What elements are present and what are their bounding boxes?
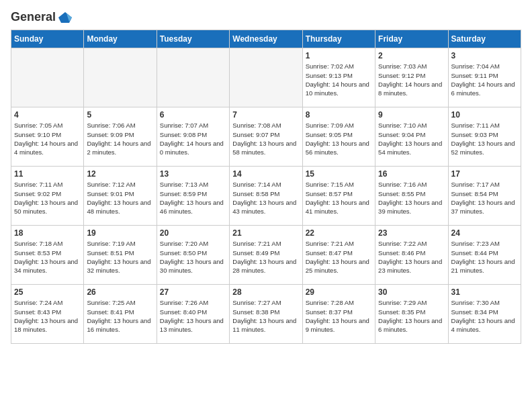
cell-info: Sunrise: 7:11 AMSunset: 9:02 PMDaylight:…: [14, 180, 81, 216]
day-number: 31: [451, 287, 518, 297]
calendar-cell: 3 Sunrise: 7:04 AMSunset: 9:11 PMDayligh…: [448, 48, 521, 107]
header-row: SundayMondayTuesdayWednesdayThursdayFrid…: [11, 30, 521, 48]
col-header-tuesday: Tuesday: [157, 30, 229, 48]
cell-info: Sunrise: 7:22 AMSunset: 8:46 PMDaylight:…: [378, 239, 445, 275]
cell-info: Sunrise: 7:23 AMSunset: 8:44 PMDaylight:…: [451, 239, 518, 275]
calendar-cell: 5 Sunrise: 7:06 AMSunset: 9:09 PMDayligh…: [84, 107, 157, 167]
cell-info: Sunrise: 7:03 AMSunset: 9:12 PMDaylight:…: [378, 62, 445, 97]
cell-info: Sunrise: 7:14 AMSunset: 8:58 PMDaylight:…: [232, 180, 299, 216]
calendar-cell: 14 Sunrise: 7:14 AMSunset: 8:58 PMDaylig…: [230, 167, 302, 226]
calendar-cell: 16 Sunrise: 7:16 AMSunset: 8:55 PMDaylig…: [375, 167, 448, 226]
calendar-cell: [157, 48, 229, 107]
calendar-cell: 29 Sunrise: 7:28 AMSunset: 8:37 PMDaylig…: [302, 285, 375, 344]
calendar-cell: 15 Sunrise: 7:15 AMSunset: 8:57 PMDaylig…: [302, 167, 375, 226]
calendar-cell: [11, 48, 84, 107]
day-number: 19: [87, 228, 153, 238]
day-number: 16: [378, 169, 445, 179]
day-number: 9: [378, 110, 445, 120]
day-number: 3: [451, 51, 518, 60]
day-number: 25: [14, 287, 81, 297]
calendar-cell: 30 Sunrise: 7:29 AMSunset: 8:35 PMDaylig…: [375, 285, 448, 344]
day-number: 1: [306, 51, 372, 60]
day-number: 2: [378, 51, 445, 60]
day-number: 29: [306, 287, 372, 297]
calendar-cell: 23 Sunrise: 7:22 AMSunset: 8:46 PMDaylig…: [375, 226, 448, 285]
day-number: 13: [160, 169, 226, 179]
cell-info: Sunrise: 7:11 AMSunset: 9:03 PMDaylight:…: [451, 121, 518, 156]
cell-info: Sunrise: 7:17 AMSunset: 8:54 PMDaylight:…: [451, 180, 518, 216]
calendar-cell: 6 Sunrise: 7:07 AMSunset: 9:08 PMDayligh…: [157, 107, 229, 167]
calendar-cell: 11 Sunrise: 7:11 AMSunset: 9:02 PMDaylig…: [11, 167, 84, 226]
cell-info: Sunrise: 7:09 AMSunset: 9:05 PMDaylight:…: [306, 121, 372, 156]
day-number: 8: [306, 110, 372, 120]
day-number: 5: [87, 110, 153, 120]
calendar-cell: [230, 48, 302, 107]
day-number: 14: [232, 169, 299, 179]
day-number: 7: [232, 110, 299, 120]
calendar-cell: 31 Sunrise: 7:30 AMSunset: 8:34 PMDaylig…: [448, 285, 521, 344]
cell-info: Sunrise: 7:27 AMSunset: 8:38 PMDaylight:…: [232, 298, 299, 334]
cell-info: Sunrise: 7:20 AMSunset: 8:50 PMDaylight:…: [160, 239, 226, 275]
cell-info: Sunrise: 7:07 AMSunset: 9:08 PMDaylight:…: [160, 121, 226, 156]
day-number: 21: [232, 228, 299, 238]
day-number: 18: [14, 228, 81, 238]
col-header-friday: Friday: [375, 30, 448, 48]
page-header: General: [11, 11, 521, 24]
day-number: 27: [160, 287, 226, 297]
calendar-cell: 2 Sunrise: 7:03 AMSunset: 9:12 PMDayligh…: [375, 48, 448, 107]
cell-info: Sunrise: 7:21 AMSunset: 8:49 PMDaylight:…: [232, 239, 299, 275]
cell-info: Sunrise: 7:30 AMSunset: 8:34 PMDaylight:…: [451, 298, 518, 334]
calendar-cell: [84, 48, 157, 107]
cell-info: Sunrise: 7:15 AMSunset: 8:57 PMDaylight:…: [306, 180, 372, 216]
day-number: 4: [14, 110, 81, 120]
col-header-thursday: Thursday: [302, 30, 375, 48]
day-number: 15: [306, 169, 372, 179]
week-row-2: 4 Sunrise: 7:05 AMSunset: 9:10 PMDayligh…: [11, 107, 521, 167]
logo: General: [11, 11, 73, 24]
cell-info: Sunrise: 7:18 AMSunset: 8:53 PMDaylight:…: [14, 239, 81, 275]
day-number: 12: [87, 169, 153, 179]
col-header-sunday: Sunday: [11, 30, 84, 48]
day-number: 30: [378, 287, 445, 297]
cell-info: Sunrise: 7:21 AMSunset: 8:47 PMDaylight:…: [306, 239, 372, 275]
day-number: 28: [232, 287, 299, 297]
calendar-cell: 21 Sunrise: 7:21 AMSunset: 8:49 PMDaylig…: [230, 226, 302, 285]
calendar-cell: 25 Sunrise: 7:24 AMSunset: 8:43 PMDaylig…: [11, 285, 84, 344]
col-header-saturday: Saturday: [448, 30, 521, 48]
week-row-3: 11 Sunrise: 7:11 AMSunset: 9:02 PMDaylig…: [11, 167, 521, 226]
logo-general: General: [11, 11, 73, 24]
calendar-cell: 12 Sunrise: 7:12 AMSunset: 9:01 PMDaylig…: [84, 167, 157, 226]
cell-info: Sunrise: 7:08 AMSunset: 9:07 PMDaylight:…: [232, 121, 299, 156]
week-row-1: 1 Sunrise: 7:02 AMSunset: 9:13 PMDayligh…: [11, 48, 521, 107]
calendar-cell: 27 Sunrise: 7:26 AMSunset: 8:40 PMDaylig…: [157, 285, 229, 344]
calendar-cell: 10 Sunrise: 7:11 AMSunset: 9:03 PMDaylig…: [448, 107, 521, 167]
calendar-cell: 22 Sunrise: 7:21 AMSunset: 8:47 PMDaylig…: [302, 226, 375, 285]
week-row-4: 18 Sunrise: 7:18 AMSunset: 8:53 PMDaylig…: [11, 226, 521, 285]
cell-info: Sunrise: 7:16 AMSunset: 8:55 PMDaylight:…: [378, 180, 445, 216]
calendar-cell: 19 Sunrise: 7:19 AMSunset: 8:51 PMDaylig…: [84, 226, 157, 285]
cell-info: Sunrise: 7:25 AMSunset: 8:41 PMDaylight:…: [87, 298, 153, 334]
calendar-cell: 20 Sunrise: 7:20 AMSunset: 8:50 PMDaylig…: [157, 226, 229, 285]
cell-info: Sunrise: 7:28 AMSunset: 8:37 PMDaylight:…: [306, 298, 372, 334]
day-number: 10: [451, 110, 518, 120]
day-number: 17: [451, 169, 518, 179]
cell-info: Sunrise: 7:02 AMSunset: 9:13 PMDaylight:…: [306, 62, 372, 97]
calendar-cell: 28 Sunrise: 7:27 AMSunset: 8:38 PMDaylig…: [230, 285, 302, 344]
cell-info: Sunrise: 7:13 AMSunset: 8:59 PMDaylight:…: [160, 180, 226, 216]
calendar-table: SundayMondayTuesdayWednesdayThursdayFrid…: [11, 30, 521, 344]
day-number: 24: [451, 228, 518, 238]
calendar-cell: 13 Sunrise: 7:13 AMSunset: 8:59 PMDaylig…: [157, 167, 229, 226]
col-header-wednesday: Wednesday: [230, 30, 302, 48]
calendar-cell: 8 Sunrise: 7:09 AMSunset: 9:05 PMDayligh…: [302, 107, 375, 167]
calendar-cell: 18 Sunrise: 7:18 AMSunset: 8:53 PMDaylig…: [11, 226, 84, 285]
cell-info: Sunrise: 7:24 AMSunset: 8:43 PMDaylight:…: [14, 298, 81, 334]
calendar-cell: 1 Sunrise: 7:02 AMSunset: 9:13 PMDayligh…: [302, 48, 375, 107]
calendar-cell: 24 Sunrise: 7:23 AMSunset: 8:44 PMDaylig…: [448, 226, 521, 285]
cell-info: Sunrise: 7:04 AMSunset: 9:11 PMDaylight:…: [451, 62, 518, 97]
calendar-cell: 4 Sunrise: 7:05 AMSunset: 9:10 PMDayligh…: [11, 107, 84, 167]
cell-info: Sunrise: 7:26 AMSunset: 8:40 PMDaylight:…: [160, 298, 226, 334]
cell-info: Sunrise: 7:06 AMSunset: 9:09 PMDaylight:…: [87, 121, 153, 156]
calendar-cell: 7 Sunrise: 7:08 AMSunset: 9:07 PMDayligh…: [230, 107, 302, 167]
week-row-5: 25 Sunrise: 7:24 AMSunset: 8:43 PMDaylig…: [11, 285, 521, 344]
cell-info: Sunrise: 7:05 AMSunset: 9:10 PMDaylight:…: [14, 121, 81, 156]
